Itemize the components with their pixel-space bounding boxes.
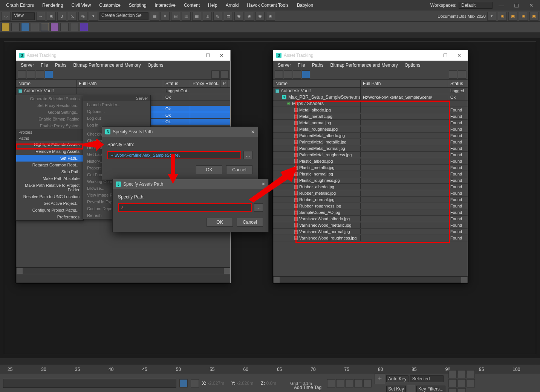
- menu-item[interactable]: Customize: [95, 1, 124, 9]
- context-item[interactable]: Global Settings...: [16, 109, 83, 116]
- maximize-icon[interactable]: ▢: [510, 1, 523, 9]
- scrollbar-horizontal[interactable]: [273, 276, 468, 283]
- menu-item[interactable]: Bitmap Performance and Memory: [70, 62, 144, 69]
- tool-icon[interactable]: ◺: [68, 12, 77, 21]
- context-item[interactable]: Preferences: [16, 214, 83, 220]
- setkey-button[interactable]: Set Key: [386, 386, 406, 392]
- context-item[interactable]: Strip Path: [16, 168, 83, 175]
- next-frame-icon[interactable]: [354, 379, 363, 387]
- context-item[interactable]: Make Path Absolute: [16, 175, 83, 182]
- teapot-icon[interactable]: ◉: [255, 12, 265, 21]
- col-fullpath[interactable]: Full Path: [361, 80, 448, 87]
- window-title-bar[interactable]: 3 Asset Tracking — ☐ ✕: [16, 50, 230, 61]
- window-title-bar[interactable]: 3 Asset Tracking — ☐ ✕: [273, 50, 468, 61]
- selection-set-dropdown[interactable]: Create Selection Se: [99, 12, 148, 20]
- add-time-tag[interactable]: Add Time Tag: [286, 384, 321, 390]
- context-item[interactable]: Set Active Project...: [16, 200, 83, 207]
- maximize-icon[interactable]: ☐: [440, 52, 451, 59]
- cancel-button[interactable]: Cancel: [237, 218, 263, 227]
- file-row[interactable]: VarnishedWood_roughness.jpgFound: [273, 235, 468, 241]
- col-name[interactable]: Name: [16, 80, 76, 87]
- selected-dropdown[interactable]: Selected: [410, 375, 444, 382]
- prev-frame-icon[interactable]: [336, 379, 344, 387]
- grid-icon[interactable]: [302, 70, 310, 79]
- file-row[interactable]: Plastic_normal.jpgFound: [273, 171, 468, 177]
- cancel-button[interactable]: Cancel: [226, 165, 252, 174]
- path-input[interactable]: [118, 203, 252, 212]
- file-row[interactable]: Rubber_albedo.jpgFound: [273, 184, 468, 190]
- key-icon[interactable]: [407, 385, 415, 392]
- tool-icon[interactable]: ▥: [182, 12, 191, 21]
- file-row[interactable]: Metal_roughness.jpgFound: [273, 126, 468, 133]
- minimize-icon[interactable]: —: [495, 1, 508, 9]
- add-key-icon[interactable]: +: [375, 374, 385, 384]
- tool-icon[interactable]: ≡: [161, 12, 170, 21]
- vault-row[interactable]: Autodesk Vault Logged: [273, 88, 468, 94]
- view-select[interactable]: View: [12, 12, 35, 20]
- maps-row[interactable]: ✳Maps / Shaders: [273, 101, 468, 107]
- tool-icon[interactable]: %: [78, 12, 87, 21]
- file-row[interactable]: PaintedMetal_metallic.jpgFound: [273, 139, 468, 145]
- menu-item[interactable]: Arnold: [222, 1, 243, 9]
- gear-icon[interactable]: [458, 70, 466, 79]
- ok-button[interactable]: OK: [207, 218, 233, 227]
- col-name[interactable]: Name: [273, 80, 361, 87]
- tool-icon[interactable]: [50, 23, 59, 31]
- file-row[interactable]: Rubber_metallic.jpgFound: [273, 190, 468, 197]
- menu-item[interactable]: Graph Editors: [2, 1, 38, 9]
- file-row[interactable]: VarnishedWood_albedo.jpgFound: [273, 216, 468, 222]
- tool-icon[interactable]: ▦: [150, 12, 159, 21]
- tool-icon[interactable]: ▦: [192, 12, 201, 21]
- folder-icon[interactable]: ▾: [487, 12, 496, 21]
- file-row[interactable]: Metal_normal.jpgFound: [273, 120, 468, 126]
- context-item[interactable]: Resolve Path to UNC Location: [16, 193, 83, 200]
- menu-item[interactable]: Havok Content Tools: [243, 1, 292, 9]
- menu-item[interactable]: Scripting: [125, 1, 150, 9]
- tool-icon[interactable]: [60, 23, 69, 31]
- file-row[interactable]: Plastic_albedo.jpgFound: [273, 158, 468, 165]
- nav-icon[interactable]: [448, 379, 457, 387]
- keyfilters-button[interactable]: Key Filters...: [416, 386, 445, 392]
- tool-icon[interactable]: ◎: [213, 12, 222, 21]
- file-row[interactable]: Plastic_roughness.jpgFound: [273, 177, 468, 184]
- teapot-icon[interactable]: ◉: [266, 12, 275, 21]
- close-icon[interactable]: ✕: [525, 1, 538, 9]
- menu-item[interactable]: Babylon: [293, 1, 317, 9]
- globe-icon[interactable]: ◌: [2, 12, 11, 21]
- tool-icon[interactable]: [31, 23, 39, 31]
- menu-item[interactable]: Server: [18, 62, 37, 69]
- forward-icon[interactable]: [363, 379, 372, 387]
- scrollbar-horizontal[interactable]: [16, 267, 230, 274]
- file-row[interactable]: PaintedMetal_roughness.jpgFound: [273, 152, 468, 158]
- grid-icon[interactable]: [45, 70, 53, 79]
- col-status[interactable]: Status: [163, 80, 190, 87]
- refresh-icon[interactable]: [275, 70, 283, 79]
- menu-item[interactable]: Bitmap Performance and Memory: [327, 62, 401, 69]
- tool-icon[interactable]: [41, 23, 49, 31]
- close-icon[interactable]: ✕: [251, 129, 255, 134]
- nav-icon[interactable]: [457, 370, 466, 378]
- context-item[interactable]: Launch Provider...: [83, 101, 150, 108]
- browse-button[interactable]: …: [254, 203, 263, 212]
- status-icon[interactable]: [191, 379, 199, 387]
- menu-item[interactable]: Civil View: [67, 1, 95, 9]
- context-item[interactable]: Remove Missing Assets: [16, 148, 83, 155]
- context-item[interactable]: Configure Project Paths...: [16, 207, 83, 214]
- menu-item[interactable]: File: [38, 62, 51, 69]
- file-row[interactable]: PaintedMetal_normal.jpgFound: [273, 145, 468, 152]
- play-icon[interactable]: [345, 379, 353, 387]
- context-item[interactable]: Set Path...: [16, 155, 83, 162]
- menu-item[interactable]: Help: [204, 1, 221, 9]
- file-row[interactable]: Rubber_roughness.jpgFound: [273, 203, 468, 209]
- list-icon[interactable]: [284, 70, 292, 79]
- tool-icon[interactable]: [70, 23, 78, 31]
- menu-item[interactable]: Options: [402, 62, 423, 69]
- tool-icon[interactable]: ⬒: [224, 12, 233, 21]
- context-item[interactable]: Highlight Editable Assets: [16, 141, 83, 148]
- close-icon[interactable]: ✕: [453, 52, 465, 59]
- rewind-icon[interactable]: [327, 379, 335, 387]
- folder-icon[interactable]: ▣: [519, 12, 528, 21]
- file-row[interactable]: Metal_metallic.jpgFound: [273, 113, 468, 120]
- teapot-icon[interactable]: ◉: [245, 12, 254, 21]
- menu-item[interactable]: Paths: [52, 62, 70, 69]
